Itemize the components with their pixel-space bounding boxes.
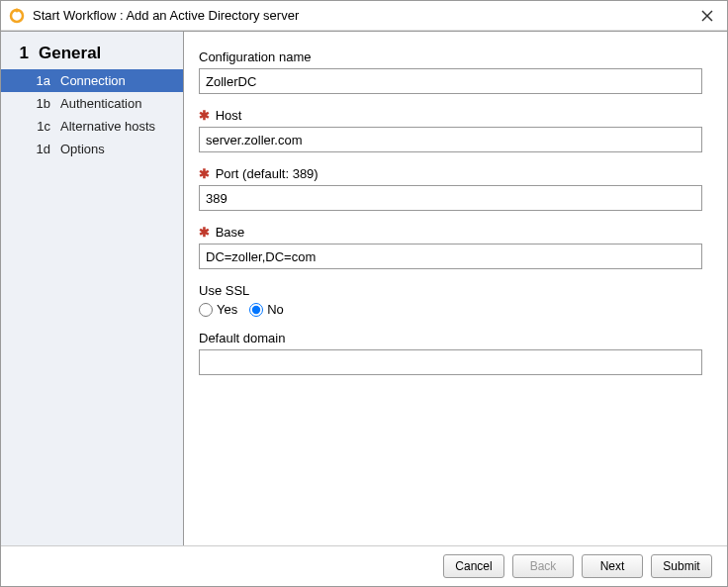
use-ssl-no-option[interactable]: No bbox=[249, 302, 284, 317]
use-ssl-no-radio[interactable] bbox=[249, 303, 263, 317]
cancel-button[interactable]: Cancel bbox=[443, 554, 504, 578]
required-icon: ✱ bbox=[199, 108, 210, 123]
required-icon: ✱ bbox=[199, 166, 210, 181]
substep-label: Connection bbox=[60, 73, 126, 88]
port-label: ✱ Port (default: 389) bbox=[199, 166, 702, 181]
substep-num: 1b bbox=[1, 96, 60, 111]
substep-num: 1a bbox=[1, 73, 60, 88]
titlebar: Start Workflow : Add an Active Directory… bbox=[1, 1, 727, 31]
default-domain-label: Default domain bbox=[199, 331, 702, 345]
port-input[interactable] bbox=[199, 185, 702, 211]
next-button[interactable]: Next bbox=[582, 554, 643, 578]
form-panel: Configuration name ✱ Host ✱ Port (defaul… bbox=[184, 32, 727, 545]
app-icon bbox=[9, 8, 25, 24]
window-title: Start Workflow : Add an Active Directory… bbox=[33, 8, 695, 23]
use-ssl-no-label: No bbox=[267, 302, 284, 317]
config-name-label: Configuration name bbox=[199, 49, 702, 64]
port-label-text: Port (default: 389) bbox=[216, 166, 318, 181]
footer-buttons: Cancel Back Next Submit bbox=[1, 546, 727, 586]
base-input[interactable] bbox=[199, 244, 702, 269]
substep-num: 1c bbox=[1, 119, 60, 134]
wizard-sidebar: 1 General 1a Connection 1b Authenticatio… bbox=[1, 32, 184, 545]
sidebar-item-connection[interactable]: 1a Connection bbox=[1, 69, 183, 92]
use-ssl-label: Use SSL bbox=[199, 283, 702, 298]
substep-label: Options bbox=[60, 142, 105, 156]
svg-point-1 bbox=[15, 8, 19, 12]
host-label-text: Host bbox=[216, 108, 242, 123]
use-ssl-yes-label: Yes bbox=[217, 302, 237, 317]
base-label: ✱ Base bbox=[199, 225, 702, 240]
substep-label: Alternative hosts bbox=[60, 119, 155, 134]
base-label-text: Base bbox=[216, 225, 245, 240]
submit-button[interactable]: Submit bbox=[651, 554, 712, 578]
config-name-input[interactable] bbox=[199, 68, 702, 94]
sidebar-item-alternative-hosts[interactable]: 1c Alternative hosts bbox=[1, 115, 183, 138]
host-label: ✱ Host bbox=[199, 108, 702, 123]
sidebar-item-options[interactable]: 1d Options bbox=[1, 138, 183, 160]
step-header: 1 General bbox=[1, 40, 183, 69]
substep-label: Authentication bbox=[60, 96, 141, 111]
substep-num: 1d bbox=[1, 142, 60, 156]
close-icon[interactable] bbox=[695, 4, 719, 28]
back-button[interactable]: Back bbox=[512, 554, 574, 578]
step-label: General bbox=[39, 44, 101, 63]
step-number: 1 bbox=[11, 44, 39, 63]
host-input[interactable] bbox=[199, 127, 702, 152]
sidebar-item-authentication[interactable]: 1b Authentication bbox=[1, 92, 183, 115]
default-domain-input[interactable] bbox=[199, 349, 702, 375]
use-ssl-yes-option[interactable]: Yes bbox=[199, 302, 237, 317]
required-icon: ✱ bbox=[199, 225, 210, 240]
use-ssl-radio-group: Yes No bbox=[199, 302, 702, 317]
use-ssl-yes-radio[interactable] bbox=[199, 303, 213, 317]
